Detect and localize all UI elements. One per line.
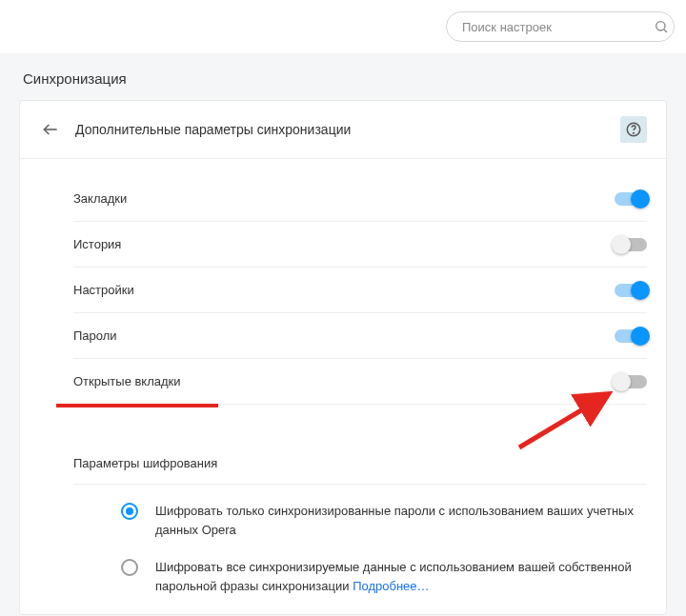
page-body: Синхронизация Дополнительные параметры с… xyxy=(0,53,686,616)
encryption-label: Параметры шифрования xyxy=(73,443,647,485)
radio-row: Шифровать все синхронизируемые данные с … xyxy=(73,558,647,614)
svg-line-1 xyxy=(664,30,667,32)
radio-list: Шифровать только синхронизированные паро… xyxy=(73,502,647,614)
toggle-label: Закладки xyxy=(73,176,615,221)
page-title: Синхронизация xyxy=(0,70,686,100)
card-title: Дополнительные параметры синхронизации xyxy=(75,122,620,137)
toggle-label: Открытые вкладки xyxy=(73,359,615,404)
toggle-knob xyxy=(612,372,631,391)
toggle-switch[interactable] xyxy=(615,375,647,388)
toggle-row: Настройки xyxy=(73,268,647,313)
annotation-underline xyxy=(56,404,218,407)
search-wrap xyxy=(446,11,675,42)
toggle-row: Закладки xyxy=(73,176,647,222)
top-bar xyxy=(0,0,686,53)
toggle-row: Пароли xyxy=(73,313,647,359)
toggle-label: Настройки xyxy=(73,268,615,312)
learn-more-link[interactable]: Подробнее… xyxy=(353,579,429,593)
radio-text: Шифровать только синхронизированные паро… xyxy=(155,502,647,539)
toggle-row: История xyxy=(73,222,647,268)
toggle-knob xyxy=(612,235,631,254)
search-icon xyxy=(654,19,669,34)
back-button[interactable] xyxy=(39,118,62,141)
toggle-switch[interactable] xyxy=(615,329,647,343)
card-header: Дополнительные параметры синхронизации xyxy=(20,101,666,159)
toggle-switch[interactable] xyxy=(615,284,647,297)
toggle-row: Открытые вкладки xyxy=(73,359,647,405)
radio-row: Шифровать только синхронизированные паро… xyxy=(73,502,647,558)
radio-button[interactable] xyxy=(121,559,138,576)
toggle-switch[interactable] xyxy=(615,192,647,206)
toggle-knob xyxy=(631,281,650,300)
help-button[interactable] xyxy=(620,116,647,143)
radio-button[interactable] xyxy=(121,503,138,520)
toggle-knob xyxy=(631,189,650,209)
toggle-knob xyxy=(631,327,650,346)
search-input[interactable] xyxy=(446,11,675,42)
radio-text: Шифровать все синхронизируемые данные с … xyxy=(155,558,647,595)
toggle-switch[interactable] xyxy=(615,238,647,251)
toggle-label: История xyxy=(73,222,615,267)
toggle-label: Пароли xyxy=(73,313,615,358)
settings-card: Дополнительные параметры синхронизации З… xyxy=(19,100,667,615)
svg-point-0 xyxy=(656,22,665,30)
svg-point-4 xyxy=(634,132,635,133)
encryption-section: Параметры шифрования Шифровать только си… xyxy=(20,429,666,614)
toggle-list: ЗакладкиИсторияНастройкиПаролиОткрытые в… xyxy=(20,159,666,429)
